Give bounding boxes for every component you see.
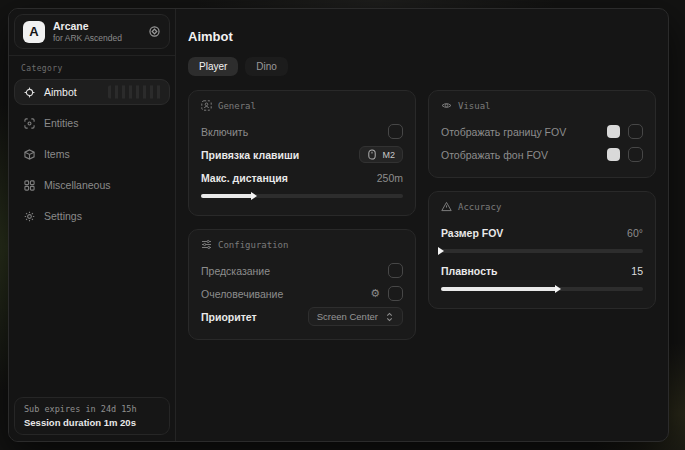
- sidebar-item-label: Settings: [44, 210, 82, 222]
- fov-border-label: Отображать границу FOV: [441, 126, 566, 138]
- max-distance-value: 250m: [377, 172, 403, 184]
- mouse-icon: [367, 149, 377, 160]
- smoothness-value: 15: [631, 265, 643, 277]
- tab-bar: Player Dino: [188, 57, 656, 76]
- keybind-row: Привязка клавиши M2: [201, 143, 403, 166]
- gear-icon[interactable]: ⚙: [370, 288, 380, 299]
- sidebar-item-entities[interactable]: Entities: [14, 110, 170, 136]
- fov-bg-label: Отображать фон FOV: [441, 149, 548, 161]
- brand-logo: A: [23, 21, 45, 43]
- slider-thumb[interactable]: [438, 247, 444, 255]
- enable-label: Включить: [201, 126, 248, 138]
- smoothness-row: Плавность 15: [441, 259, 643, 282]
- eye-icon: [441, 100, 452, 111]
- sidebar-item-items[interactable]: Items: [14, 141, 170, 167]
- fov-size-slider[interactable]: [441, 249, 643, 253]
- fov-border-checkbox[interactable]: [628, 124, 643, 139]
- prediction-row: Предсказание: [201, 259, 403, 282]
- sub-expires-text: Sub expires in 24d 15h: [24, 404, 160, 414]
- left-column: General Включить Привязка клавиши: [188, 90, 416, 340]
- brand-text: Arcane for ARK Ascended: [53, 20, 122, 43]
- main-content: Aimbot Player Dino General: [176, 9, 668, 441]
- max-distance-label: Макс. дистанция: [201, 172, 288, 184]
- slider-fill: [441, 287, 558, 291]
- fov-bg-row: Отображать фон FOV: [441, 143, 643, 166]
- fov-bg-checkbox[interactable]: [628, 147, 643, 162]
- card-title: Accuracy: [458, 202, 501, 212]
- slider-fill: [201, 194, 254, 198]
- priority-label: Приоритет: [201, 311, 257, 323]
- grid-apps-icon: [24, 180, 35, 191]
- visual-card: Visual Отображать границу FOV Отображать…: [428, 90, 656, 178]
- sidebar-item-label: Miscellaneous: [44, 179, 111, 191]
- user-frame-icon: [201, 100, 212, 111]
- brand-name: Arcane: [53, 20, 122, 32]
- fov-size-value: 60°: [627, 227, 643, 239]
- enable-checkbox[interactable]: [388, 124, 403, 139]
- max-distance-row: Макс. дистанция 250m: [201, 166, 403, 189]
- slider-thumb[interactable]: [555, 285, 561, 293]
- visual-card-header: Visual: [441, 100, 643, 111]
- sidebar-divider: [9, 55, 175, 56]
- subscription-info-card: Sub expires in 24d 15h Session duration …: [14, 397, 170, 435]
- general-card: General Включить Привязка клавиши: [188, 90, 416, 216]
- sidebar-item-label: Entities: [44, 117, 78, 129]
- prediction-label: Предсказание: [201, 265, 270, 277]
- tab-dino[interactable]: Dino: [245, 57, 288, 76]
- fov-bg-controls: [607, 147, 643, 162]
- humanize-row: Очеловечивание ⚙: [201, 282, 403, 305]
- fov-size-row: Размер FOV 60°: [441, 221, 643, 244]
- general-card-header: General: [201, 100, 403, 111]
- fov-border-row: Отображать границу FOV: [441, 120, 643, 143]
- accuracy-card-header: Accuracy: [441, 201, 643, 212]
- humanize-label: Очеловечивание: [201, 288, 283, 300]
- smoothness-label: Плавность: [441, 265, 498, 277]
- color-swatch[interactable]: [607, 125, 620, 138]
- priority-value: Screen Center: [317, 311, 378, 322]
- category-label: Category: [21, 64, 163, 73]
- chevron-up-down-icon: [385, 312, 394, 322]
- right-column: Visual Отображать границу FOV Отображать…: [428, 90, 656, 309]
- brand-subtitle: for ARK Ascended: [53, 33, 122, 43]
- humanize-checkbox[interactable]: [388, 286, 403, 301]
- sidebar-item-aimbot[interactable]: Aimbot: [14, 79, 170, 105]
- session-duration-text: Session duration 1m 20s: [24, 417, 160, 428]
- fov-border-controls: [607, 124, 643, 139]
- sidebar-item-miscellaneous[interactable]: Miscellaneous: [14, 172, 170, 198]
- radar-scan-icon: [24, 118, 35, 129]
- sidebar: A Arcane for ARK Ascended Category: [9, 9, 176, 441]
- triangle-icon: [441, 201, 452, 212]
- priority-row: Приоритет Screen Center: [201, 305, 403, 328]
- card-columns: General Включить Привязка клавиши: [188, 90, 656, 340]
- brand-card: A Arcane for ARK Ascended: [14, 14, 170, 49]
- priority-dropdown[interactable]: Screen Center: [308, 307, 403, 326]
- configuration-card-header: Configuration: [201, 239, 403, 250]
- tune-sliders-icon: [201, 239, 212, 250]
- keybind-value: M2: [382, 150, 395, 160]
- fov-size-label: Размер FOV: [441, 227, 503, 239]
- humanize-controls: ⚙: [370, 286, 403, 301]
- slider-thumb[interactable]: [251, 192, 257, 200]
- tab-player[interactable]: Player: [188, 57, 238, 76]
- sidebar-item-label: Items: [44, 148, 70, 160]
- card-title: General: [218, 101, 256, 111]
- card-title: Visual: [458, 101, 491, 111]
- max-distance-slider[interactable]: [201, 194, 403, 198]
- keybind-button[interactable]: M2: [359, 146, 403, 163]
- crosshair-icon: [24, 87, 35, 98]
- color-swatch[interactable]: [607, 148, 620, 161]
- keybind-label: Привязка клавиши: [201, 149, 299, 161]
- app-window: A Arcane for ARK Ascended Category: [8, 8, 669, 442]
- card-title: Configuration: [218, 240, 288, 250]
- gear-icon[interactable]: [148, 25, 161, 38]
- sidebar-item-settings[interactable]: Settings: [14, 203, 170, 229]
- sidebar-item-label: Aimbot: [44, 86, 77, 98]
- sidebar-nav: Aimbot Entities: [14, 79, 170, 229]
- enable-row: Включить: [201, 120, 403, 143]
- accuracy-card: Accuracy Размер FOV 60° Плавность 15: [428, 191, 656, 309]
- prediction-checkbox[interactable]: [388, 263, 403, 278]
- smoothness-slider[interactable]: [441, 287, 643, 291]
- active-item-watermark: [108, 86, 162, 99]
- configuration-card: Configuration Предсказание Очеловечивани…: [188, 229, 416, 340]
- gear-icon: [24, 211, 35, 222]
